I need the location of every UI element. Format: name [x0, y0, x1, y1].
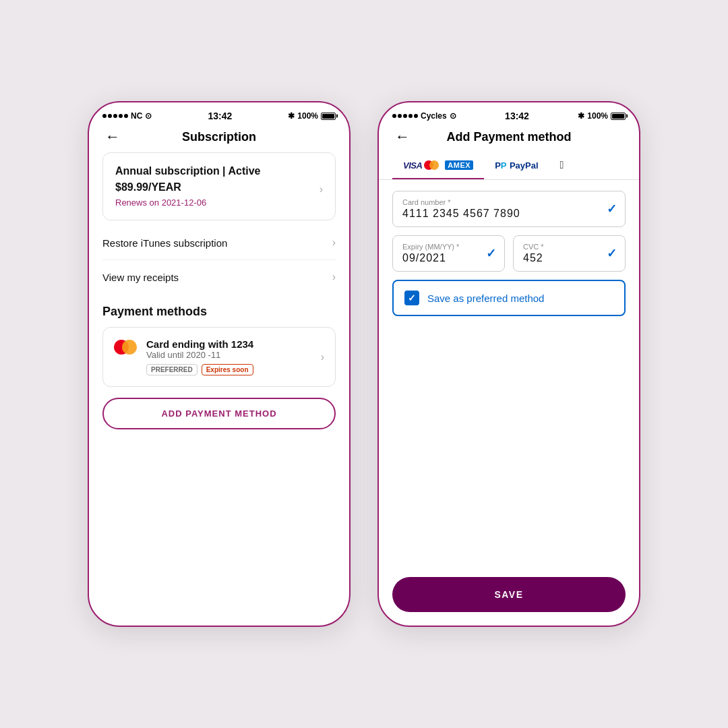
cvc-value: 452 [523, 252, 615, 264]
save-button[interactable]: SAVE [392, 577, 626, 612]
expiry-label: Expiry (MM/YY) * [402, 243, 495, 251]
expiry-field[interactable]: Expiry (MM/YY) * 09/2021 ✓ [392, 235, 505, 272]
battery-pct-2: 100% [587, 111, 608, 121]
badge-expires: Expires soon [202, 364, 253, 375]
battery-icon-2 [611, 113, 626, 120]
cvc-label: CVC * [523, 243, 615, 251]
preferred-label: Save as preferred method [427, 293, 544, 304]
phone-subscription: NC ⊙ 13:42 ✱ 100% ← Subscription Annual … [88, 101, 351, 627]
carrier-1: NC [131, 111, 142, 121]
payment-form: Card number * 4111 2345 4567 7890 ✓ Expi… [379, 180, 639, 577]
subscription-title: Annual subscription | Active [115, 165, 323, 177]
card-info: Card ending with 1234 Valid until 2020 -… [146, 338, 253, 375]
card-number-label: Card number * [402, 198, 615, 206]
tab-card-brands[interactable]: VISA AMEX [392, 152, 484, 179]
nav-bar-2: ← Add Payment method [379, 127, 639, 152]
time-2: 13:42 [505, 111, 529, 121]
subscription-chevron[interactable]: › [320, 183, 323, 195]
battery-icon-1 [321, 113, 336, 120]
menu-list: Restore iTunes subscription › View my re… [102, 226, 336, 294]
carrier-2: Cycles [421, 111, 447, 121]
amex-logo: AMEX [445, 160, 473, 170]
preferred-checkbox [404, 291, 419, 305]
card-valid: Valid until 2020 -11 [146, 350, 253, 360]
mastercard-tab-icon [424, 159, 443, 171]
card-number-check: ✓ [607, 202, 617, 216]
wifi-icon-2: ⊙ [450, 111, 456, 121]
status-right-1: ✱ 100% [288, 111, 336, 121]
menu-item-restore[interactable]: Restore iTunes subscription › [102, 226, 336, 260]
paypal-logo-icon: PP PayPal [495, 159, 538, 171]
back-button-1[interactable]: ← [102, 129, 123, 144]
bluetooth-icon-2: ✱ [578, 111, 584, 121]
phone1-content: Annual subscription | Active $89.99/YEAR… [89, 152, 349, 626]
subscription-price: $89.99/YEAR [115, 181, 181, 193]
expiry-value: 09/2021 [402, 252, 495, 264]
wifi-icon: ⊙ [145, 111, 152, 121]
back-button-2[interactable]: ← [392, 129, 413, 144]
signal-dots-2 [392, 114, 418, 118]
bluetooth-icon: ✱ [288, 111, 295, 121]
chevron-restore: › [332, 237, 336, 249]
tab-card-icons: VISA AMEX [403, 159, 473, 171]
signal-dots [102, 114, 128, 118]
card-badges: PREFERRED Expires soon [146, 364, 253, 375]
tab-paypal[interactable]: PP PayPal [484, 152, 549, 179]
status-left-1: NC ⊙ [102, 111, 152, 121]
expiry-cvc-row: Expiry (MM/YY) * 09/2021 ✓ CVC * 452 ✓ [392, 235, 626, 272]
expiry-check: ✓ [486, 246, 496, 261]
card-number-field[interactable]: Card number * 4111 2345 4567 7890 ✓ [392, 191, 626, 227]
visa-logo: VISA [403, 160, 422, 171]
chevron-receipts: › [332, 271, 336, 283]
time-1: 13:42 [208, 111, 232, 121]
add-payment-button[interactable]: ADD PAYMENT METHOD [102, 398, 336, 429]
subscription-renew: Renews on 2021-12-06 [115, 198, 323, 208]
mastercard-icon [114, 340, 138, 356]
status-bar-1: NC ⊙ 13:42 ✱ 100% [89, 102, 349, 127]
cvc-check: ✓ [607, 246, 617, 261]
subscription-card: Annual subscription | Active $89.99/YEAR… [102, 152, 336, 220]
badge-preferred: PREFERRED [146, 364, 198, 375]
tab-apple-pay[interactable]:  [549, 152, 575, 179]
apple-logo-icon:  [560, 159, 564, 171]
status-right-2: ✱ 100% [578, 111, 626, 121]
payment-section-title: Payment methods [102, 305, 336, 319]
phone-add-payment: Cycles ⊙ 13:42 ✱ 100% ← Add Payment meth… [377, 101, 640, 627]
status-left-2: Cycles ⊙ [392, 111, 456, 121]
battery-pct-1: 100% [297, 111, 318, 121]
menu-item-receipts[interactable]: View my receipts › [102, 260, 336, 294]
page-title-1: Subscription [182, 130, 256, 144]
payment-card-chevron: › [321, 351, 324, 363]
payment-tabs: VISA AMEX PP PayPal  [379, 152, 639, 180]
payment-card-item[interactable]: Card ending with 1234 Valid until 2020 -… [102, 327, 336, 387]
card-number-value: 4111 2345 4567 7890 [402, 208, 615, 220]
status-bar-2: Cycles ⊙ 13:42 ✱ 100% [379, 102, 639, 127]
payment-card-left: Card ending with 1234 Valid until 2020 -… [114, 338, 253, 375]
scene: NC ⊙ 13:42 ✱ 100% ← Subscription Annual … [88, 101, 640, 627]
cvc-field[interactable]: CVC * 452 ✓ [513, 235, 626, 272]
preferred-method-toggle[interactable]: Save as preferred method [392, 280, 626, 316]
card-name: Card ending with 1234 [146, 338, 253, 350]
page-title-2: Add Payment method [446, 130, 571, 144]
nav-bar-1: ← Subscription [89, 127, 349, 152]
